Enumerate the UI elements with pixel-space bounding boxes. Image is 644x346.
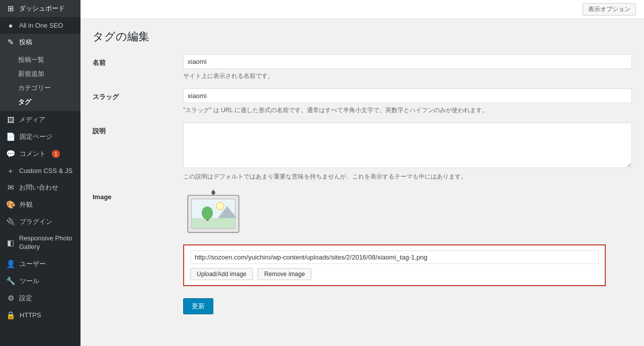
contact-icon: ✉ (6, 183, 15, 192)
slug-hint: "スラッグ" は URL に適した形式の名前です。通常はすべて半角小文字で、英数… (183, 106, 632, 115)
sidebar-item-label: ダッシュボード (19, 4, 65, 13)
image-label: Image (93, 189, 183, 201)
slug-row: スラッグ "スラッグ" は URL に適した形式の名前です。通常はすべて半角小文… (93, 89, 632, 115)
dashboard-icon: ⊞ (6, 4, 15, 13)
image-row: Image (93, 189, 632, 286)
sidebar-item-pages[interactable]: 📄 固定ページ (0, 128, 80, 145)
sidebar-item-label: Custom CSS & JS (19, 167, 72, 175)
custom-css-icon: + (6, 166, 15, 175)
description-textarea[interactable] (183, 123, 632, 168)
sidebar-item-label: 外観 (20, 200, 33, 209)
content-area: タグの編集 名前 サイト上に表示される名前です。 スラッグ "スラッグ" は U… (80, 19, 644, 346)
display-options-button[interactable]: 表示オプション (583, 3, 636, 16)
sidebar-item-https[interactable]: 🔒 HTTPS (0, 307, 80, 324)
topbar: 表示オプション (80, 0, 644, 19)
remove-image-button[interactable]: Remove image (258, 268, 311, 280)
sidebar-item-plugins[interactable]: 🔌 プラグイン (0, 213, 80, 230)
pages-icon: 📄 (6, 132, 16, 141)
image-url-box: Upload/Add image Remove image (183, 244, 606, 286)
sidebar-item-label: HTTPS (20, 311, 41, 319)
slug-label: スラッグ (93, 89, 183, 102)
description-hint: この説明はデフォルトではあまり重要な意味を持ちませんが、これを表示するテーマも中… (183, 172, 632, 181)
sidebar-item-label: プラグイン (20, 217, 52, 226)
sidebar-sub-item-add-new[interactable]: 新規追加 (0, 67, 80, 81)
sidebar-sub-item-categories[interactable]: カテゴリー (0, 81, 80, 95)
image-url-input[interactable] (190, 250, 599, 264)
svg-point-1 (211, 191, 215, 194)
sidebar-item-label: ツール (20, 277, 39, 286)
image-field: Upload/Add image Remove image (183, 189, 632, 286)
image-illustration (183, 189, 244, 237)
description-label: 説明 (93, 123, 183, 136)
sidebar-item-comments[interactable]: 💬 コメント 1 (0, 145, 80, 162)
plugins-icon: 🔌 (6, 217, 16, 226)
posts-submenu: 投稿一覧 新規追加 カテゴリー タグ (0, 51, 80, 111)
upload-add-image-button[interactable]: Upload/Add image (190, 268, 253, 280)
image-preview (183, 189, 632, 238)
comments-badge: 1 (52, 150, 60, 158)
sidebar-item-dashboard[interactable]: ⊞ ダッシュボード (0, 0, 80, 17)
svg-rect-5 (192, 218, 235, 228)
comments-icon: 💬 (6, 149, 16, 158)
svg-point-7 (202, 207, 213, 220)
description-field: この説明はデフォルトではあまり重要な意味を持ちませんが、これを表示するテーマも中… (183, 123, 632, 181)
sidebar-item-label: コメント (20, 149, 46, 158)
name-hint: サイト上に表示される名前です。 (183, 72, 632, 80)
sidebar-item-settings[interactable]: ⚙ 設定 (0, 290, 80, 307)
sidebar-item-label: お問い合わせ (19, 183, 58, 192)
sidebar-item-label: ユーザー (20, 260, 46, 269)
main-content: 表示オプション タグの編集 名前 サイト上に表示される名前です。 スラッグ "ス… (80, 0, 644, 346)
sidebar-item-all-in-one-seo[interactable]: ● All in One SEO (0, 17, 80, 34)
description-row: 説明 この説明はデフォルトではあまり重要な意味を持ちませんが、これを表示するテー… (93, 123, 632, 181)
sidebar-item-contact[interactable]: ✉ お問い合わせ (0, 179, 80, 196)
users-icon: 👤 (6, 260, 16, 269)
slug-input[interactable] (183, 89, 632, 103)
sidebar-item-label: 設定 (19, 294, 32, 303)
sidebar-item-label: メディア (19, 115, 45, 124)
image-buttons: Upload/Add image Remove image (190, 268, 599, 280)
gallery-icon: ◧ (6, 238, 15, 248)
svg-point-8 (216, 202, 224, 210)
update-row: 更新 (93, 294, 632, 314)
sidebar-item-users[interactable]: 👤 ユーザー (0, 255, 80, 273)
sidebar-item-tools[interactable]: 🔧 ツール (0, 273, 80, 290)
sidebar-item-appearance[interactable]: 🎨 外観 (0, 196, 80, 213)
appearance-icon: 🎨 (6, 200, 16, 209)
sidebar: ⊞ ダッシュボード ● All in One SEO ✎ 投稿 投稿一覧 新規追… (0, 0, 80, 346)
posts-icon: ✎ (6, 38, 15, 47)
sidebar-sub-item-tags[interactable]: タグ (0, 95, 80, 109)
name-field: サイト上に表示される名前です。 (183, 54, 632, 80)
https-icon: 🔒 (6, 311, 16, 320)
sidebar-item-label: All in One SEO (19, 22, 63, 29)
tools-icon: 🔧 (6, 277, 16, 286)
sidebar-item-posts[interactable]: ✎ 投稿 (0, 34, 80, 51)
settings-icon: ⚙ (6, 294, 15, 303)
update-button[interactable]: 更新 (183, 298, 213, 314)
media-icon: 🖼 (6, 116, 15, 124)
name-row: 名前 サイト上に表示される名前です。 (93, 54, 632, 80)
sidebar-item-responsive-photo-gallery[interactable]: ◧ Responsive Photo Gallery (0, 230, 80, 255)
name-input[interactable] (183, 54, 632, 69)
page-title: タグの編集 (93, 29, 632, 44)
sidebar-item-custom-css-js[interactable]: + Custom CSS & JS (0, 162, 80, 179)
slug-field: "スラッグ" は URL に適した形式の名前です。通常はすべて半角小文字で、英数… (183, 89, 632, 115)
sidebar-item-media[interactable]: 🖼 メディア (0, 111, 80, 128)
sidebar-item-label: 固定ページ (20, 132, 52, 141)
sidebar-sub-item-posts-list[interactable]: 投稿一覧 (0, 53, 80, 67)
sidebar-item-label: Responsive Photo Gallery (19, 234, 74, 251)
seo-icon: ● (6, 21, 15, 30)
sidebar-item-label: 投稿 (19, 38, 32, 47)
name-label: 名前 (93, 54, 183, 67)
